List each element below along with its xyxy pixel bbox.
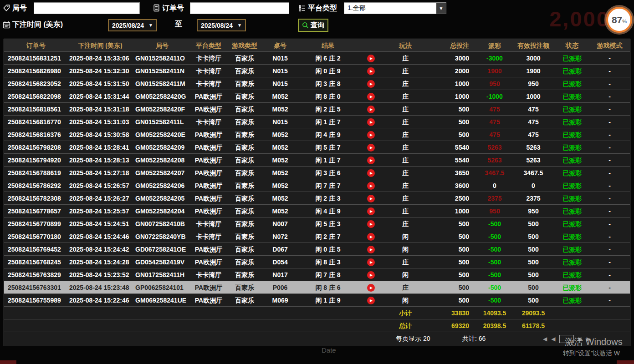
replay-icon[interactable]: ▶ — [367, 118, 375, 126]
replay-icon[interactable]: ▶ — [367, 195, 375, 202]
replay-icon[interactable]: ▶ — [367, 182, 375, 190]
cell-platform-type: PA欧洲厅 — [192, 256, 225, 268]
table-row[interactable]: 2508241567701802025-08-24 15:24:46GN0722… — [4, 230, 630, 243]
replay-icon[interactable]: ▶ — [367, 284, 375, 292]
prev-page-icon[interactable]: ◀ — [551, 336, 555, 342]
replay-icon[interactable]: ▶ — [367, 106, 375, 113]
date-to-value: 2025/08/24 — [201, 22, 233, 29]
table-row[interactable]: 2508241567982082025-08-24 15:28:41GM0522… — [4, 141, 630, 154]
replay-icon[interactable]: ▶ — [367, 258, 375, 266]
cell-bet-time: 2025-08-24 15:26:57 — [68, 179, 133, 192]
cell-valid-bet: 475 — [513, 128, 554, 141]
cell-play-method: 闲 — [382, 268, 429, 281]
cell-platform-type: 卡卡湾厅 — [192, 116, 225, 128]
column-header-game-type: 游戏类型 — [225, 39, 264, 52]
cell-status: 已派彩 — [554, 268, 590, 281]
replay-icon[interactable]: ▶ — [367, 131, 375, 139]
replay-icon[interactable]: ▶ — [367, 207, 375, 215]
cell-game-type: 百家乐 — [225, 116, 264, 128]
date-to-picker[interactable]: 2025/08/24 ▼ — [197, 19, 246, 31]
table-row[interactable]: 2508241567638292025-08-24 15:23:52GN0172… — [4, 268, 630, 281]
table-body: 2508241568312512025-08-24 15:33:06GN0152… — [4, 52, 630, 332]
replay-icon[interactable]: ▶ — [367, 169, 375, 177]
subtotal-total-bet: 33830 — [429, 307, 476, 319]
platform-filter-label: 平台类型 — [308, 4, 337, 13]
replay-icon[interactable]: ▶ — [367, 67, 375, 75]
cell-bet-time: 2025-08-24 15:24:42 — [68, 243, 133, 256]
date-from-value: 2025/08/24 — [112, 22, 144, 29]
cell-platform-type: PA欧洲厅 — [192, 167, 225, 179]
progress-unit: % — [622, 19, 627, 24]
cell-game-type: 百家乐 — [225, 154, 264, 167]
table-row[interactable]: 2508241567694522025-08-24 15:24:42GD0672… — [4, 243, 630, 256]
first-page-icon[interactable]: ◀ — [543, 336, 547, 342]
cell-platform-type: PA欧洲厅 — [192, 243, 225, 256]
table-row[interactable]: 2508241568269802025-08-24 15:32:30GN0152… — [4, 65, 630, 77]
replay-icon[interactable]: ▶ — [367, 297, 375, 304]
table-row[interactable]: 2508241568185612025-08-24 15:31:18GM0522… — [4, 103, 630, 116]
column-header-platform-type: 平台类型 — [192, 39, 225, 52]
replay-icon[interactable]: ▶ — [367, 157, 375, 164]
cell-game-type: 百家乐 — [225, 128, 264, 141]
cell-payout: -500 — [476, 281, 513, 294]
column-header-payout: 派彩 — [476, 39, 513, 52]
table-row[interactable]: 2508241567823082025-08-24 15:26:27GM0522… — [4, 192, 630, 205]
cell-replay: ▶ — [359, 103, 382, 116]
cell-replay: ▶ — [359, 179, 382, 192]
table-row[interactable]: 2508241567633012025-08-24 15:23:48GP0062… — [4, 281, 630, 294]
replay-icon[interactable]: ▶ — [367, 80, 375, 88]
order-input[interactable] — [190, 2, 289, 14]
cell-round-id: GM0522582420E — [133, 128, 192, 141]
replay-icon[interactable]: ▶ — [367, 93, 375, 101]
cell-valid-bet: 3000 — [513, 52, 554, 65]
table-row[interactable]: 2508241567862922025-08-24 15:26:57GM0522… — [4, 179, 630, 192]
cell-game-mode: - — [590, 230, 629, 243]
replay-icon[interactable]: ▶ — [367, 144, 375, 152]
table-row[interactable]: 2508241567682452025-08-24 15:24:28GD0542… — [4, 256, 630, 268]
cell-total-bet: 1000 — [429, 90, 476, 103]
cell-game-type: 百家乐 — [225, 141, 264, 154]
cell-payout: 3467.5 — [476, 167, 513, 179]
cell-platform-type: PA欧洲厅 — [192, 103, 225, 116]
cell-status: 已派彩 — [554, 90, 590, 103]
column-header-game-mode: 游戏模式 — [590, 39, 629, 52]
cell-platform-type: 卡卡湾厅 — [192, 52, 225, 65]
grand-total-label: 总计 — [382, 319, 429, 332]
cell-result: 闲 8 庄 6 — [297, 281, 359, 294]
table-row[interactable]: 2508241567886192025-08-24 15:27:18GM0522… — [4, 167, 630, 179]
cell-platform-type: 卡卡湾厅 — [192, 230, 225, 243]
cell-table-no: M052 — [264, 179, 297, 192]
table-row[interactable]: 2508241568220982025-08-24 15:31:44GM0522… — [4, 90, 630, 103]
cell-replay: ▶ — [359, 230, 382, 243]
cell-payout: -500 — [476, 268, 513, 281]
replay-icon[interactable]: ▶ — [367, 233, 375, 241]
table-row[interactable]: 2508241568167702025-08-24 15:31:03GN0152… — [4, 116, 630, 128]
date-to-word: 至 — [175, 20, 182, 29]
round-filter-label: 局号 — [12, 4, 27, 13]
cell-replay: ▶ — [359, 128, 382, 141]
date-from-picker[interactable]: 2025/08/24 ▼ — [108, 19, 157, 31]
table-row[interactable]: 2508241567949202025-08-24 15:28:13GM0522… — [4, 154, 630, 167]
replay-icon[interactable]: ▶ — [367, 55, 375, 62]
replay-icon[interactable]: ▶ — [367, 271, 375, 279]
cell-table-no: P006 — [264, 281, 297, 294]
cell-bet-time: 2025-08-24 15:28:41 — [68, 141, 133, 154]
cell-order-id: 250824156788619 — [4, 167, 68, 179]
table-row[interactable]: 2508241567708992025-08-24 15:24:51GN0072… — [4, 217, 630, 230]
platform-select[interactable]: 1.全部 ▼ — [344, 2, 446, 14]
cell-replay: ▶ — [359, 281, 382, 294]
replay-icon[interactable]: ▶ — [367, 220, 375, 228]
replay-icon[interactable]: ▶ — [367, 246, 375, 253]
table-row[interactable]: 2508241567786572025-08-24 15:25:57GM0522… — [4, 205, 630, 217]
table-row[interactable]: 2508241567559892025-08-24 15:22:46GM0692… — [4, 294, 630, 307]
per-page-value[interactable]: 20 — [423, 335, 430, 342]
round-input[interactable] — [34, 2, 140, 14]
table-row[interactable]: 2508241568312512025-08-24 15:33:06GN0152… — [4, 52, 630, 65]
cell-status: 已派彩 — [554, 281, 590, 294]
table-row[interactable]: 2508241568163762025-08-24 15:30:58GM0522… — [4, 128, 630, 141]
cell-payout: 475 — [476, 128, 513, 141]
cell-round-id: GN0152582411M — [133, 77, 192, 90]
cell-round-id: GM05225824206 — [133, 179, 192, 192]
query-button[interactable]: 查询 — [298, 19, 328, 32]
table-row[interactable]: 2508241568230522025-08-24 15:31:50GN0152… — [4, 77, 630, 90]
